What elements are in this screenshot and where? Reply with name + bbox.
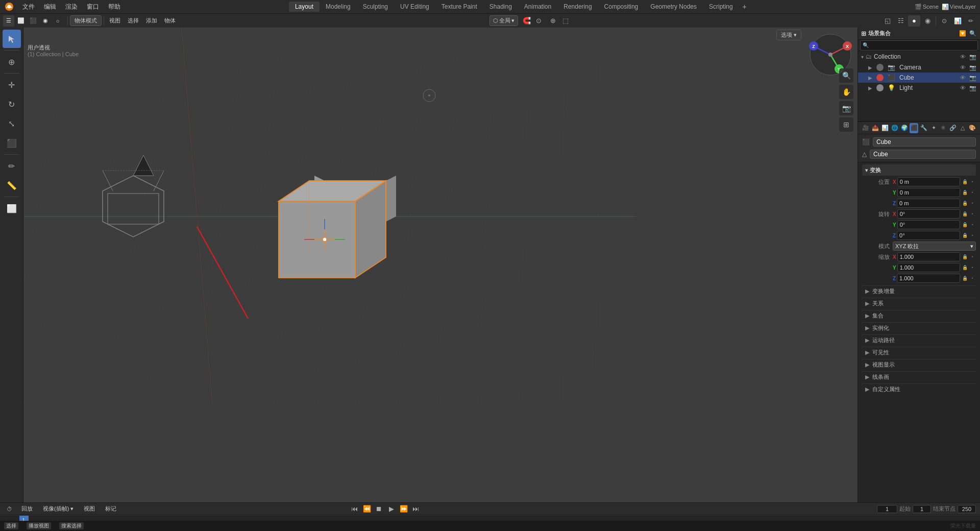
jump-end-btn[interactable]: ⏭ — [411, 504, 421, 514]
scale-x-lock[interactable]: 🔒 — [961, 253, 968, 260]
timeline-view-btn[interactable]: 视图 — [81, 504, 98, 514]
tab-sculpting[interactable]: Sculpting — [357, 2, 394, 12]
scale-z-keyframe[interactable]: • — [969, 275, 976, 282]
overlay-button[interactable]: ⊕ — [548, 15, 559, 27]
render-preview-icon[interactable]: ○ — [52, 15, 63, 27]
line-art-section[interactable]: ▶ 线条画 — [862, 371, 976, 382]
timeline-type-icon[interactable]: ⏱ — [4, 504, 14, 514]
tab-geometry-nodes[interactable]: Geometry Nodes — [644, 2, 703, 12]
scale-z-field[interactable]: 1.000 — [897, 274, 960, 283]
step-forward-btn[interactable]: ⏩ — [399, 504, 409, 514]
viewport-display-section[interactable]: ▶ 视图显示 — [862, 359, 976, 370]
snap-button[interactable]: 🧲 — [521, 15, 532, 27]
outliner-search-box[interactable]: 🔍 — [860, 40, 978, 51]
props-material-icon[interactable]: 🎨 — [968, 123, 977, 133]
menu-file[interactable]: 文件 — [18, 2, 39, 12]
tab-scripting[interactable]: Scripting — [703, 2, 739, 12]
scale-y-field[interactable]: 1.000 — [897, 263, 960, 272]
transform-tool-btn[interactable]: ⬛ — [3, 134, 21, 152]
rot-y-lock[interactable]: 🔒 — [961, 221, 968, 228]
blender-logo-icon[interactable] — [4, 2, 14, 12]
light-restrict-viewport[interactable]: 👁 — [959, 84, 967, 92]
timeline-playback-menu[interactable]: 回放 — [18, 504, 36, 514]
tab-compositing[interactable]: Compositing — [598, 2, 645, 12]
wireframe-mode-btn[interactable]: ◱ — [881, 15, 894, 27]
add-workspace-button[interactable]: + — [739, 1, 750, 12]
menu-render[interactable]: 渲染 — [61, 2, 82, 12]
object-menu-btn[interactable]: 物体 — [161, 16, 179, 26]
cube-restrict-render[interactable]: 📷 — [969, 74, 977, 82]
outliner-search-btn[interactable]: 🔍 — [969, 30, 977, 38]
rot-z-field[interactable]: 0° — [897, 231, 960, 240]
camera-restrict-viewport[interactable]: 👁 — [959, 63, 967, 71]
rot-x-keyframe[interactable]: • — [969, 210, 976, 218]
material-shading-icon[interactable]: ◉ — [40, 15, 51, 27]
loc-x-lock[interactable]: 🔒 — [961, 178, 968, 185]
props-view-layer-icon[interactable]: 📊 — [880, 123, 889, 133]
global-orient-select[interactable]: ⬡ 全局 ▾ — [489, 15, 518, 26]
cube-restrict-viewport[interactable]: 👁 — [959, 74, 967, 82]
loc-x-field[interactable]: 0 m — [897, 177, 960, 186]
camera-restrict-render[interactable]: 📷 — [969, 63, 977, 71]
scale-z-lock[interactable]: 🔒 — [961, 275, 968, 282]
solid-shading-icon[interactable]: ⬛ — [28, 15, 39, 27]
motion-paths-section[interactable]: ▶ 运动路径 — [862, 334, 976, 346]
camera-view-btn[interactable]: 📷 — [839, 101, 853, 115]
props-render-icon[interactable]: 🎥 — [861, 123, 870, 133]
menu-window[interactable]: 窗口 — [83, 2, 103, 12]
outliner-camera-item[interactable]: ▶ 📷 Camera 👁 📷 — [858, 62, 980, 73]
menu-help[interactable]: 帮助 — [104, 2, 125, 12]
mesh-name-field[interactable]: Cube — [870, 150, 976, 159]
object-name-field[interactable]: Cube — [873, 137, 976, 147]
proportional-edit-button[interactable]: ⊙ — [533, 15, 545, 27]
props-modifier-icon[interactable]: 🔧 — [919, 123, 928, 133]
custom-props-section[interactable]: ▶ 自定义属性 — [862, 383, 976, 395]
props-physics-icon[interactable]: ⚛ — [939, 123, 948, 133]
loc-z-lock[interactable]: 🔒 — [961, 200, 968, 207]
object-mode-select[interactable]: 物体模式 — [70, 15, 102, 26]
rot-x-lock[interactable]: 🔒 — [961, 210, 968, 218]
tab-shading[interactable]: Shading — [483, 2, 518, 12]
scale-y-keyframe[interactable]: • — [969, 264, 976, 271]
rotate-tool-btn[interactable]: ↻ — [3, 95, 21, 113]
move-tool-btn[interactable]: ✛ — [3, 76, 21, 94]
props-data-icon[interactable]: △ — [959, 123, 967, 133]
outliner-cube-item[interactable]: ▶ ⬛ Cube 👁 📷 — [858, 73, 980, 83]
solid-mode-btn[interactable]: ☷ — [895, 15, 907, 27]
visibility-section[interactable]: ▶ 可见性 — [862, 347, 976, 358]
collection-restrict-render[interactable]: 📷 — [969, 53, 977, 61]
cursor-tool-btn[interactable]: ⊕ — [3, 53, 21, 71]
render-mode-btn[interactable]: ◉ — [921, 15, 934, 27]
collection-restrict-viewport[interactable]: 👁 — [959, 53, 967, 61]
tab-modeling[interactable]: Modeling — [320, 2, 357, 12]
select-tool-btn[interactable] — [3, 30, 21, 48]
step-back-btn[interactable]: ⏪ — [362, 504, 372, 514]
scale-tool-btn[interactable]: ⤡ — [3, 114, 21, 133]
end-frame-field[interactable]: 250 — [958, 505, 976, 513]
gpencil-btn[interactable]: ✏ — [965, 15, 977, 27]
scale-x-keyframe[interactable]: • — [969, 253, 976, 260]
tab-rendering[interactable]: Rendering — [557, 2, 598, 12]
loc-y-field[interactable]: 0 m — [897, 188, 960, 197]
3d-viewport[interactable]: 用户透视 (1) Collection | Cube 选项 ▾ X Y Z 🔍 — [23, 28, 857, 502]
snap-transform-btn[interactable]: ⊙ — [938, 15, 950, 27]
outliner-light-item[interactable]: ▶ 💡 Light 👁 📷 — [858, 83, 980, 93]
loc-x-keyframe[interactable]: • — [969, 178, 976, 185]
collections-section[interactable]: ▶ 集合 — [862, 310, 976, 321]
material-mode-btn[interactable]: ● — [908, 15, 920, 27]
jump-start-btn[interactable]: ⏮ — [350, 504, 360, 514]
view-type-icon[interactable]: ☰ — [3, 15, 14, 27]
rot-y-keyframe[interactable]: • — [969, 221, 976, 228]
loc-y-lock[interactable]: 🔒 — [961, 189, 968, 196]
measure-tool-btn[interactable]: 📏 — [3, 176, 21, 195]
xray-button[interactable]: ⬚ — [560, 15, 571, 27]
select-menu-btn[interactable]: 选择 — [125, 16, 142, 26]
tab-animation[interactable]: Animation — [518, 2, 557, 12]
scale-x-field[interactable]: 1.000 — [897, 252, 960, 261]
stop-btn[interactable]: ⏹ — [374, 504, 384, 514]
transform-section-header[interactable]: ▾ 变换 — [862, 164, 976, 176]
rot-z-lock[interactable]: 🔒 — [961, 232, 968, 239]
props-scene-icon[interactable]: 🌐 — [890, 123, 899, 133]
quad-view-btn[interactable]: ⊞ — [839, 117, 853, 132]
add-menu-btn[interactable]: 添加 — [143, 16, 160, 26]
